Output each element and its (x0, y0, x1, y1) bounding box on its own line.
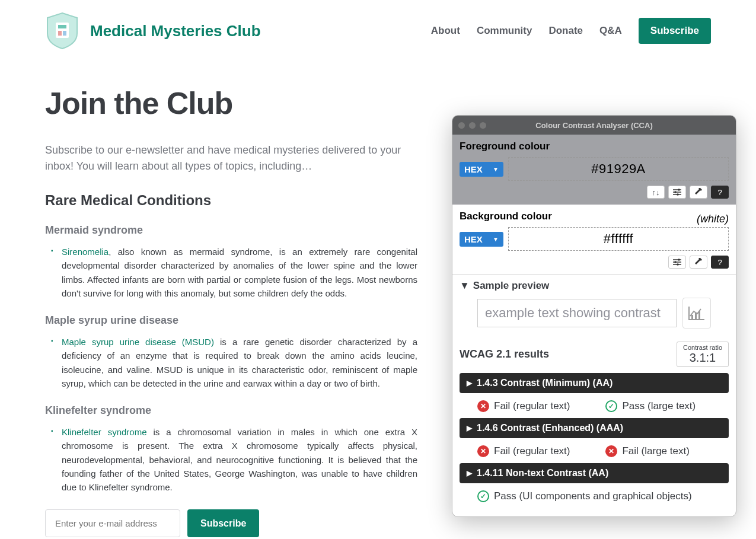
cca-window: Colour Contrast Analyser (CCA) Foregroun… (452, 115, 736, 517)
result-body: ✕Fail (regular text) ✓Pass (large text) (460, 397, 729, 418)
sample-toggle[interactable]: ▼Sample preview (460, 280, 729, 292)
nav-qa[interactable]: Q&A (599, 25, 622, 37)
sample-text: example text showing contrast (477, 299, 677, 327)
background-section: Background colour (white) HEX▼ ? (452, 205, 736, 275)
condition-body: , also known as mermaid syndrome, is an … (62, 247, 417, 298)
cca-titlebar[interactable]: Colour Contrast Analyser (CCA) (452, 116, 736, 135)
foreground-label: Foreground colour (460, 141, 729, 152)
result-row-toggle[interactable]: ▶1.4.6 Contrast (Enhanced) (AAA) (460, 418, 729, 438)
condition-block: Mermaid syndrome Sirenomelia, also known… (45, 224, 417, 300)
header: Medical Mysteries Club About Community D… (0, 0, 756, 62)
svg-point-17 (678, 259, 680, 261)
svg-point-19 (674, 261, 677, 263)
svg-point-11 (678, 189, 680, 191)
triangle-right-icon: ▶ (467, 469, 472, 477)
result-text: Fail (regular text) (494, 400, 570, 412)
email-field[interactable] (45, 509, 180, 537)
result-body: ✓Pass (UI components and graphical objec… (460, 487, 729, 508)
condition-heading: Mermaid syndrome (45, 224, 417, 237)
pass-icon: ✓ (605, 400, 617, 412)
result-text: Fail (large text) (622, 445, 689, 457)
help-button[interactable]: ? (711, 186, 729, 199)
condition-text: Sirenomelia, also known as mermaid syndr… (51, 245, 417, 300)
condition-link[interactable]: Sirenomelia (62, 247, 109, 257)
subscribe-form: Subscribe (45, 509, 417, 537)
triangle-down-icon: ▼ (460, 280, 470, 292)
ratio-label: Contrast ratio (683, 344, 722, 351)
svg-rect-1 (58, 25, 66, 28)
results-section: WCAG 2.1 results Contrast ratio 3.1:1 ▶1… (452, 337, 736, 516)
sliders-button[interactable] (668, 186, 686, 199)
result-body: ✕Fail (regular text) ✕Fail (large text) (460, 442, 729, 463)
svg-rect-23 (695, 313, 697, 319)
fg-format-select[interactable]: HEX▼ (460, 162, 503, 177)
condition-link[interactable]: Maple syrup urine disease (MSUD) (62, 337, 214, 347)
swap-button[interactable]: ↑↓ (647, 186, 665, 199)
result-row-toggle[interactable]: ▶1.4.11 Non-text Contrast (AA) (460, 463, 729, 483)
subscribe-submit-button[interactable]: Subscribe (187, 509, 259, 537)
triangle-right-icon: ▶ (467, 424, 472, 432)
nav-about[interactable]: About (431, 25, 460, 37)
result-text: Pass (UI components and graphical object… (494, 490, 692, 502)
condition-link[interactable]: Klinefelter syndrome (62, 427, 147, 437)
svg-rect-2 (58, 31, 62, 36)
triangle-right-icon: ▶ (467, 379, 472, 387)
svg-point-21 (677, 263, 679, 266)
svg-rect-0 (56, 23, 69, 38)
sliders-button[interactable] (668, 256, 686, 269)
help-button[interactable]: ? (711, 256, 729, 269)
ratio-value: 3.1:1 (683, 351, 722, 365)
nav-donate[interactable]: Donate (548, 25, 583, 37)
page-title: Join the Club (45, 85, 417, 121)
brand: Medical Mysteries Club (45, 12, 261, 50)
chevron-down-icon: ▼ (493, 166, 499, 173)
eyedropper-button[interactable] (690, 256, 707, 269)
chevron-down-icon: ▼ (493, 236, 499, 243)
result-text: Fail (regular text) (494, 445, 570, 457)
subscribe-button[interactable]: Subscribe (639, 18, 711, 44)
fg-color-input[interactable] (508, 157, 729, 181)
results-title: WCAG 2.1 results (460, 348, 549, 361)
condition-text: Maple syrup urine disease (MSUD) is a ra… (51, 335, 417, 390)
bg-format-select[interactable]: HEX▼ (460, 232, 503, 247)
nav-community[interactable]: Community (477, 25, 532, 37)
condition-block: Maple syrup urine disease Maple syrup ur… (45, 314, 417, 390)
chart-icon[interactable] (682, 298, 711, 328)
brand-name: Medical Mysteries Club (90, 22, 261, 40)
color-name-note: (white) (697, 213, 729, 225)
svg-rect-3 (63, 31, 66, 36)
result-text: Pass (large text) (622, 400, 696, 412)
fail-icon: ✕ (605, 445, 617, 457)
result-row-toggle[interactable]: ▶1.4.3 Contrast (Minimum) (AA) (460, 373, 729, 393)
condition-block: Klinefelter syndrome Klinefelter syndrom… (45, 404, 417, 494)
logo-icon (45, 12, 79, 50)
bg-color-input[interactable] (508, 227, 729, 251)
fail-icon: ✕ (477, 445, 489, 457)
svg-rect-22 (691, 315, 693, 319)
sample-section: ▼Sample preview example text showing con… (452, 275, 736, 337)
cca-title: Colour Contrast Analyser (CCA) (452, 121, 736, 130)
condition-heading: Maple syrup urine disease (45, 314, 417, 327)
intro-text: Subscribe to our e-newsletter and have m… (45, 142, 413, 174)
main-content: Join the Club Subscribe to our e-newslet… (0, 62, 462, 539)
contrast-ratio-box: Contrast ratio 3.1:1 (677, 342, 729, 367)
pass-icon: ✓ (477, 490, 489, 502)
nav: About Community Donate Q&A Subscribe (431, 18, 711, 44)
background-label: Background colour (460, 211, 552, 222)
condition-text: Klinefelter syndrome is a chromosomal va… (51, 425, 417, 494)
svg-point-13 (674, 191, 677, 193)
section-heading: Rare Medical Conditions (45, 192, 417, 209)
fail-icon: ✕ (477, 400, 489, 412)
svg-rect-24 (698, 311, 700, 319)
svg-point-15 (677, 193, 679, 196)
condition-heading: Klinefelter syndrome (45, 404, 417, 417)
foreground-section: Foreground colour HEX▼ ↑↓ ? (452, 135, 736, 205)
eyedropper-button[interactable] (690, 186, 707, 199)
